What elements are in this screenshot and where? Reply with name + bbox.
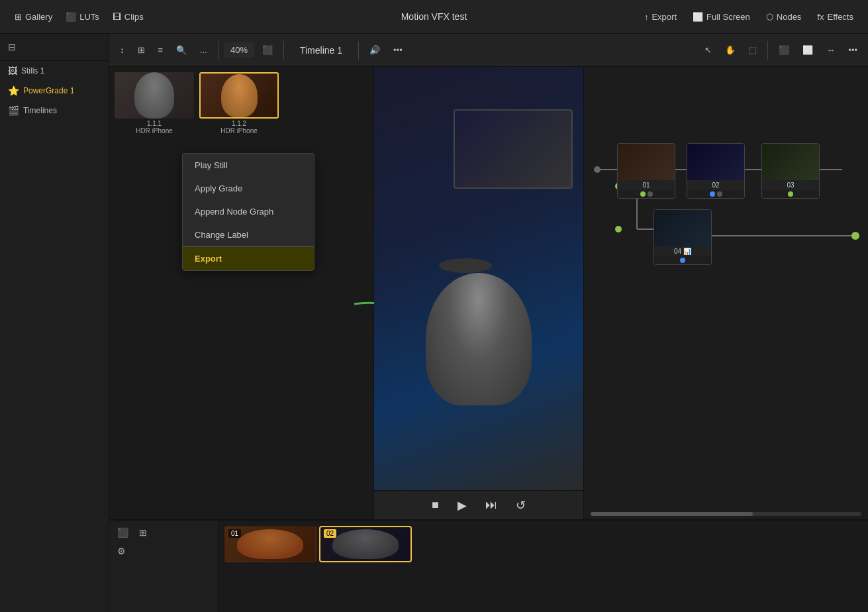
node-thumb-02 bbox=[687, 144, 744, 180]
left-panel: ⊟ 🖼 Stills 1 ⭐ PowerGrade 1 🎬 Timelines bbox=[0, 34, 109, 612]
nodes-label: Nodes bbox=[777, 12, 802, 22]
source-viewer-btn[interactable]: ⬛ bbox=[773, 41, 795, 60]
sidebar-stills-label: Stills 1 bbox=[21, 66, 44, 76]
timeline-icon-2[interactable]: ⊞ bbox=[135, 525, 151, 540]
media-thumb-2[interactable]: 1.1.2HDR iPhone bbox=[199, 72, 279, 134]
ctx-append-node[interactable]: Append Node Graph bbox=[183, 200, 314, 223]
clips-button[interactable]: 🎞 Clips bbox=[106, 9, 150, 25]
node-label-02: 02 bbox=[687, 180, 744, 190]
node-thumb-01 bbox=[618, 144, 675, 180]
node-dot-grey-02 bbox=[717, 191, 722, 197]
fullscreen-label: Full Screen bbox=[706, 12, 750, 22]
effects-label: Effects bbox=[827, 12, 853, 22]
node-label-01: 01 bbox=[618, 180, 675, 190]
play-button[interactable]: ▶ bbox=[452, 495, 472, 515]
split-viewer-btn[interactable]: ⬜ bbox=[797, 41, 818, 60]
nodes-button[interactable]: ⬡ Nodes bbox=[759, 9, 808, 25]
video-person-shape bbox=[426, 273, 532, 405]
loop-button[interactable]: ↺ bbox=[510, 495, 531, 515]
timeline-name: Timeline 1 bbox=[289, 45, 353, 56]
center-area: ↕ ⊞ ≡ 🔍 ... 40% ⬛ Timeline 1 🔊 ••• ↖ ✋ ⬚… bbox=[109, 34, 868, 612]
luts-button[interactable]: ⬛ LUTs bbox=[59, 9, 106, 25]
zoom-level[interactable]: 40% bbox=[224, 42, 254, 58]
stop-button[interactable]: ■ bbox=[426, 495, 444, 515]
luts-icon: ⬛ bbox=[66, 12, 76, 22]
view-toggle[interactable]: ⬛ bbox=[257, 42, 278, 58]
top-right-buttons: ↑ Export ⬜ Full Screen ⬡ Nodes fx Effect… bbox=[638, 9, 860, 25]
fullscreen-icon: ⬜ bbox=[693, 12, 703, 22]
sidebar-powergrade-label: PowerGrade 1 bbox=[23, 86, 74, 95]
main-container: ⊟ 🖼 Stills 1 ⭐ PowerGrade 1 🎬 Timelines … bbox=[0, 34, 868, 612]
luts-label: LUTs bbox=[79, 12, 99, 22]
node-dot-blue-02 bbox=[710, 191, 715, 197]
node-thumb-03 bbox=[762, 144, 819, 180]
more-button[interactable]: ... bbox=[195, 42, 213, 58]
ctx-export[interactable]: Export bbox=[183, 246, 314, 270]
node-dot-grey-01 bbox=[648, 191, 653, 197]
toolbar-more-2[interactable]: ••• bbox=[388, 42, 408, 58]
toolbar-more-3[interactable]: ••• bbox=[843, 41, 863, 60]
hat-shape bbox=[439, 258, 492, 273]
node-scrollbar-thumb[interactable] bbox=[591, 512, 753, 516]
grid-view-button[interactable]: ⊞ bbox=[132, 42, 150, 58]
ctx-apply-grade[interactable]: Apply Grade bbox=[183, 177, 314, 200]
timeline-left-tools: ⬛ ⊞ bbox=[113, 525, 214, 540]
sort-button[interactable]: ↕ bbox=[115, 42, 130, 58]
select-tool[interactable]: ⬚ bbox=[744, 41, 762, 60]
media-panel: 1.1.1HDR iPhone 1.1.2HDR iPhone P bbox=[109, 67, 374, 519]
svg-point-12 bbox=[594, 166, 601, 173]
hand-tool[interactable]: ✋ bbox=[720, 41, 741, 60]
timeline-tracks: 01 02 bbox=[218, 521, 868, 612]
stills-icon: 🖼 bbox=[8, 66, 17, 76]
search-button[interactable]: 🔍 bbox=[171, 42, 192, 58]
node-connections-svg bbox=[584, 67, 868, 519]
svg-point-8 bbox=[615, 226, 622, 232]
sidebar-item-stills[interactable]: 🖼 Stills 1 bbox=[0, 61, 109, 81]
toolbar-sep-2 bbox=[283, 41, 284, 60]
preview-video[interactable] bbox=[374, 67, 583, 490]
sidebar-item-powergrade[interactable]: ⭐ PowerGrade 1 bbox=[0, 81, 109, 101]
powergrade-icon: ⭐ bbox=[8, 85, 19, 96]
list-view-button[interactable]: ≡ bbox=[153, 42, 169, 58]
media-thumb-1[interactable]: 1.1.1HDR iPhone bbox=[115, 72, 194, 134]
node-dot-green-01 bbox=[640, 191, 646, 197]
node-04[interactable]: 04 📊 bbox=[653, 209, 712, 265]
timeline-controls: ⬛ ⊞ ⚙ bbox=[109, 521, 218, 612]
node-03[interactable]: 03 bbox=[761, 143, 820, 199]
effects-button[interactable]: fx Effects bbox=[810, 9, 860, 25]
node-thumb-04 bbox=[654, 210, 711, 246]
timelines-icon: 🎬 bbox=[8, 105, 19, 116]
effects-icon: fx bbox=[817, 12, 824, 22]
timeline-icon-1[interactable]: ⬛ bbox=[113, 525, 132, 540]
timeline-clip-02[interactable]: 02 bbox=[319, 526, 412, 562]
toolbar-sep-3 bbox=[358, 41, 359, 60]
volume-button[interactable]: 🔊 bbox=[364, 42, 385, 58]
fullscreen-button[interactable]: ⬜ Full Screen bbox=[686, 9, 757, 25]
ctx-play-still[interactable]: Play Still bbox=[183, 154, 314, 177]
export-button[interactable]: ↑ Export bbox=[638, 9, 683, 25]
svg-point-10 bbox=[851, 232, 859, 240]
gallery-icon: ⊞ bbox=[15, 12, 22, 22]
sidebar-item-timelines[interactable]: 🎬 Timelines bbox=[0, 101, 109, 121]
wipe-btn[interactable]: ↔ bbox=[821, 41, 840, 60]
sidebar-layout-icon[interactable]: ⊟ bbox=[4, 39, 20, 55]
preview-panel: ■ ▶ ⏭ ↺ bbox=[374, 67, 583, 519]
node-label-04: 04 📊 bbox=[654, 246, 711, 256]
node-01[interactable]: 01 bbox=[617, 143, 675, 199]
timeline-icon-3[interactable]: ⚙ bbox=[113, 543, 130, 559]
ctx-change-label[interactable]: Change Label bbox=[183, 223, 314, 246]
gallery-button[interactable]: ⊞ Gallery bbox=[8, 9, 59, 25]
nodes-icon: ⬡ bbox=[766, 12, 773, 22]
timeline-row: ⬛ ⊞ ⚙ 01 02 bbox=[109, 519, 868, 612]
node-dot-blue-04 bbox=[680, 258, 685, 263]
node-02[interactable]: 02 bbox=[687, 143, 745, 199]
node-footer-01 bbox=[618, 190, 675, 198]
clips-icon: 🎞 bbox=[113, 12, 121, 22]
app-title: Motion VFX test bbox=[401, 11, 467, 22]
timeline-clip-01[interactable]: 01 bbox=[224, 526, 316, 562]
cursor-tool[interactable]: ↖ bbox=[699, 41, 717, 60]
video-screen-shape bbox=[454, 109, 573, 189]
clip-num-02: 02 bbox=[324, 529, 336, 538]
skip-forward-button[interactable]: ⏭ bbox=[480, 495, 503, 515]
toolbar-right: ↖ ✋ ⬚ ⬛ ⬜ ↔ ••• bbox=[699, 41, 863, 60]
